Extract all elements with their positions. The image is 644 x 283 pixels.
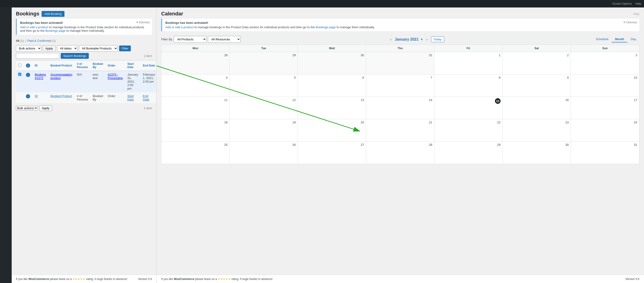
cal-cell-4-6[interactable]: 31 xyxy=(571,142,639,164)
cal-cell-0-2[interactable]: 30 xyxy=(298,52,366,74)
bottom-toolbar: Bulk actions Apply 1 item xyxy=(12,103,156,113)
row-product-cell: Accommodation product xyxy=(48,71,74,92)
cal-cell-3-0[interactable]: 18 xyxy=(162,119,230,141)
cal-cell-4-2[interactable]: 27 xyxy=(298,142,366,164)
cal-cell-0-0[interactable]: 28 xyxy=(162,52,230,74)
cal-cell-3-5[interactable]: 23 xyxy=(503,119,571,141)
notice-link-product[interactable]: Add or edit a product xyxy=(20,25,48,29)
screen-options-link[interactable]: Screen Options xyxy=(612,2,632,5)
cal-cell-1-5[interactable]: 9 xyxy=(503,74,571,97)
col-product[interactable]: Booked Product xyxy=(48,60,74,71)
cal-star-rating[interactable]: ★★★★★ xyxy=(218,278,230,281)
help-link-cal[interactable]: Help xyxy=(633,12,639,16)
apply-button-bottom[interactable]: Apply xyxy=(39,105,52,111)
row-order-cell: #1373 - Processing xyxy=(105,71,125,92)
cal-cell-4-1[interactable]: 26 xyxy=(230,142,298,164)
footer-id-link[interactable]: ID xyxy=(35,94,38,98)
dates-filter[interactable]: All dates xyxy=(57,45,78,51)
day-tue: Tue xyxy=(230,45,298,52)
cal-cell-3-6[interactable]: 24 xyxy=(571,119,639,141)
cal-cell-0-6[interactable]: 3 xyxy=(571,52,639,74)
footer-end-link[interactable]: End Date xyxy=(143,94,149,101)
row-checkbox[interactable] xyxy=(18,73,21,76)
tab-schedule[interactable]: Schedule xyxy=(592,36,612,42)
cal-cell-4-3[interactable]: 28 xyxy=(366,142,434,164)
col-start-date[interactable]: Start Date xyxy=(125,60,140,71)
cal-cell-1-4[interactable]: 8 xyxy=(434,74,503,97)
day-number: 21 xyxy=(368,121,432,124)
cal-cell-0-3[interactable]: 31 xyxy=(366,52,434,74)
cal-cell-1-1[interactable]: 5 xyxy=(230,74,298,97)
calendar-grid: Mon Tue Wed Thu Fri Sat Sun 282930311234… xyxy=(161,44,639,164)
day-number: 6 xyxy=(300,76,364,79)
cal-cell-2-0[interactable]: 11 xyxy=(162,97,230,119)
booked-product-link[interactable]: Accommodation product xyxy=(50,73,72,80)
cal-notice-link-bookings[interactable]: Bookings page xyxy=(316,25,336,29)
cal-cell-1-3[interactable]: 7 xyxy=(366,74,434,97)
cal-cell-0-1[interactable]: 29 xyxy=(230,52,298,74)
month-year-label[interactable]: January 2021 xyxy=(395,37,418,41)
booking-id-link[interactable]: Booking #1372 xyxy=(35,73,46,80)
notice-link-bookings[interactable]: Bookings page xyxy=(45,29,66,32)
cal-cell-2-2[interactable]: 13 xyxy=(298,97,366,119)
cal-dismiss-button[interactable]: ✕ Dismiss xyxy=(623,20,637,24)
cal-cell-4-5[interactable]: 30 xyxy=(503,142,571,164)
products-cal-filter[interactable]: All Products xyxy=(174,36,206,43)
star-rating[interactable]: ★★★★★ xyxy=(72,278,85,281)
tab-paid-confirmed[interactable]: Paid & Confirmed (1) xyxy=(27,39,56,42)
footer-text2: please leave us a xyxy=(49,278,72,281)
next-month-button[interactable]: › xyxy=(425,37,429,42)
cal-cell-0-5[interactable]: 2 xyxy=(503,52,571,74)
cal-cell-4-0[interactable]: 25 xyxy=(162,142,230,164)
day-number: 28 xyxy=(163,53,228,57)
help-link-top[interactable]: Help xyxy=(635,2,641,5)
cal-cell-3-4[interactable]: 22 xyxy=(434,119,503,141)
search-input[interactable] xyxy=(16,53,59,59)
cal-activation-notice: Bookings has been activated! Add or edit… xyxy=(161,19,639,31)
cal-notice-text2: to manage bookings in the Product Data s… xyxy=(194,25,316,29)
cal-cell-3-1[interactable]: 19 xyxy=(230,119,298,141)
cal-cell-2-1[interactable]: 12 xyxy=(230,97,298,119)
col-end-date[interactable]: End Date xyxy=(140,60,156,71)
tab-all[interactable]: All (1) xyxy=(16,39,24,42)
products-filter[interactable]: All Bookable Products xyxy=(79,45,118,51)
cal-cell-2-6[interactable]: 17 xyxy=(571,97,639,119)
col-info: i xyxy=(24,60,32,71)
footer-start-link[interactable]: Start Date xyxy=(127,94,134,101)
resources-cal-filter[interactable]: All Resources xyxy=(208,36,240,43)
tab-month[interactable]: Month xyxy=(612,36,628,42)
cal-cell-3-2[interactable]: 20 xyxy=(298,119,366,141)
apply-button-top[interactable]: Apply xyxy=(43,45,56,51)
day-number: 26 xyxy=(232,143,296,147)
tab-day[interactable]: Day xyxy=(628,36,639,42)
bulk-actions-select-top[interactable]: Bulk actions xyxy=(16,45,41,51)
search-bookings-button[interactable]: Search Bookings xyxy=(61,53,89,59)
footer-product-link[interactable]: Booked Product xyxy=(50,94,72,98)
select-all-checkbox[interactable] xyxy=(18,64,21,67)
cal-cell-2-5[interactable]: 16 xyxy=(503,97,571,119)
cal-cell-0-4[interactable]: 1 xyxy=(434,52,503,74)
footer-text3: rating. A huge thanks in advance! xyxy=(85,278,127,281)
cal-cell-1-0[interactable]: 4 xyxy=(162,74,230,97)
col-id[interactable]: ID xyxy=(32,60,48,71)
cal-notice-title: Bookings has been activated! xyxy=(166,21,636,24)
cal-cell-3-3[interactable]: 21 xyxy=(366,119,434,141)
cal-version-text: Version 5.6 xyxy=(625,278,639,281)
prev-month-button[interactable]: ‹ xyxy=(389,37,393,42)
filter-by-section: Filter By All Products All Resources xyxy=(161,36,240,43)
footer-text1: If you like xyxy=(16,278,28,281)
cal-cell-1-6[interactable]: 10 xyxy=(571,74,639,97)
bulk-actions-select-bottom[interactable]: Bulk actions xyxy=(16,106,38,110)
filter-button[interactable]: Filter xyxy=(119,45,131,51)
add-booking-button[interactable]: Add Booking xyxy=(42,11,64,17)
cal-notice-link-product[interactable]: Add or edit a product xyxy=(166,25,194,29)
cal-cell-4-4[interactable]: 29 xyxy=(434,142,503,164)
day-number: 17 xyxy=(573,98,637,102)
cal-cell-1-2[interactable]: 6 xyxy=(298,74,366,97)
month-dropdown-icon[interactable]: ▼ xyxy=(420,38,423,41)
dismiss-button[interactable]: ✕ Dismiss xyxy=(136,20,150,24)
cal-cell-2-3[interactable]: 14 xyxy=(366,97,434,119)
order-link[interactable]: #1373 - Processing xyxy=(108,73,123,80)
cal-cell-2-4[interactable]: 15 xyxy=(434,97,503,119)
today-button[interactable]: Today xyxy=(431,36,444,42)
